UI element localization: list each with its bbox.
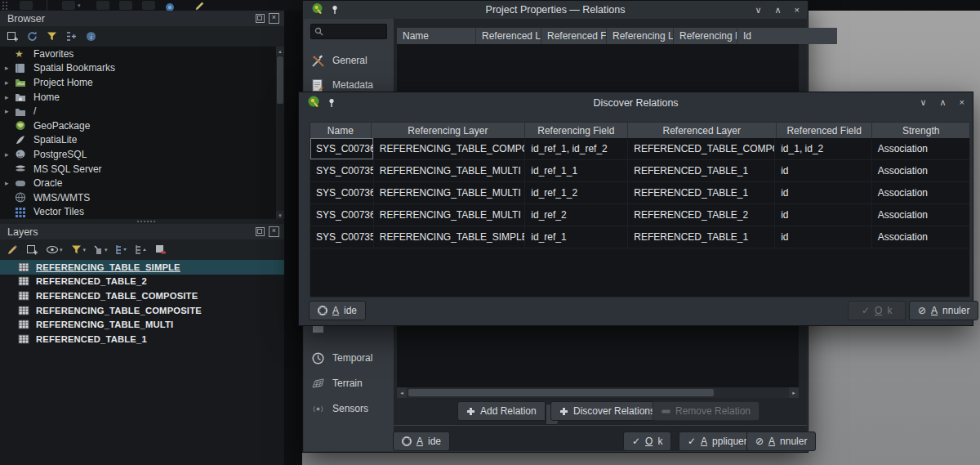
discover-relations-button[interactable]: Discover Relations <box>550 401 664 421</box>
column-header[interactable]: Referencing Field <box>525 123 628 138</box>
toolbar-icon[interactable] <box>62 1 75 10</box>
toolbar-icon[interactable] <box>142 1 155 10</box>
relation-row[interactable]: SYS_C007357 REFERENCING_TABLE_SIMPLE id_… <box>310 226 969 248</box>
sidebar-item-general[interactable]: General <box>304 50 394 71</box>
layer-row[interactable]: REFERENCED_TABLE_COMPOSITE <box>0 288 284 303</box>
browser-item-wms[interactable]: WMS/WMTS <box>0 190 284 205</box>
close-window-icon[interactable]: × <box>960 97 964 108</box>
column-header[interactable]: Name <box>397 28 476 44</box>
settings-search-input[interactable] <box>310 24 387 39</box>
filter-browser-icon[interactable] <box>46 30 58 42</box>
expand-arrow-icon[interactable]: ▸ <box>5 78 15 87</box>
scroll-left-icon[interactable]: ◂ <box>397 387 407 398</box>
maximize-window-icon[interactable]: ∧ <box>940 97 947 108</box>
toolbar-icon[interactable] <box>96 1 109 10</box>
browser-panel-titlebar[interactable]: Browser × <box>0 11 284 26</box>
add-group-icon[interactable] <box>26 244 38 256</box>
expand-arrow-icon[interactable]: ▸ <box>5 64 15 72</box>
scrollbar-thumb[interactable] <box>277 56 283 104</box>
collapse-all-icon[interactable] <box>65 30 78 42</box>
layers-panel-toolbar: ▾ ▾ ▾ <box>0 239 284 260</box>
column-header[interactable]: Referenced Layer <box>476 28 541 44</box>
column-header[interactable]: Referencing Layer <box>372 123 525 138</box>
collapse-all-icon[interactable] <box>135 244 147 256</box>
sidebar-item-temporal[interactable]: Temporal <box>304 347 394 369</box>
expand-arrow-icon[interactable]: ▸ <box>5 150 15 159</box>
toolbar-icon[interactable] <box>20 1 33 10</box>
scroll-right-icon[interactable]: ▸ <box>789 387 799 398</box>
layer-row[interactable]: REFERENCING_TABLE_MULTI <box>0 317 284 332</box>
browser-item-home[interactable]: ▸ Home <box>0 90 284 105</box>
browser-item-spatial-bookmarks[interactable]: ▸ Spatial Bookmarks <box>0 61 284 76</box>
layer-row[interactable]: REFERENCED_TABLE_2 <box>0 275 284 289</box>
cancel-button[interactable]: ⊘ Annuler <box>746 431 816 451</box>
expand-arrow-icon[interactable]: ▸ <box>5 179 15 187</box>
browser-item-oracle[interactable]: ▸ Oracle <box>0 176 284 190</box>
add-relation-button[interactable]: Add Relation ▾ <box>457 401 559 425</box>
layers-panel-titlebar[interactable]: Layers × <box>0 224 284 239</box>
column-header[interactable]: Id <box>737 28 837 44</box>
browser-item-root[interactable]: ▸ / <box>0 104 284 118</box>
browser-item-project-home[interactable]: ▸ Project Home <box>0 75 284 90</box>
column-header[interactable]: Referenced Field <box>541 28 607 44</box>
column-header[interactable]: Strength <box>872 123 969 138</box>
properties-widget-icon[interactable]: i <box>85 30 97 42</box>
browser-item-geopackage[interactable]: GeoPackage <box>0 118 284 133</box>
browser-item-mssql[interactable]: MS SQL Server <box>0 162 284 177</box>
table-layer-icon <box>18 319 31 330</box>
shade-window-icon[interactable]: ∨ <box>755 5 761 16</box>
layer-styling-icon[interactable] <box>7 244 19 256</box>
float-panel-icon[interactable] <box>256 14 265 23</box>
toolbar-icon[interactable] <box>119 1 132 10</box>
add-selected-layers-icon[interactable] <box>7 30 19 42</box>
help-button[interactable]: Aide <box>393 431 450 451</box>
sidebar-item-sensors[interactable]: Sensors <box>304 398 394 419</box>
column-header[interactable]: Name <box>310 123 372 138</box>
relation-row[interactable]: SYS_C007361 REFERENCING_TABLE_MULTI id_r… <box>310 204 969 226</box>
layer-row[interactable]: REFERENCED_TABLE_1 <box>0 332 284 347</box>
layer-row[interactable]: REFERENCING_TABLE_SIMPLE <box>0 260 284 275</box>
browser-item-vector-tiles[interactable]: Vector Tiles <box>0 205 284 220</box>
shade-window-icon[interactable]: ∨ <box>920 97 926 108</box>
float-panel-icon[interactable] <box>256 227 265 236</box>
project-properties-titlebar[interactable]: Project Properties — Relations ∨ ∧ × <box>303 1 808 19</box>
relation-row[interactable]: SYS_C007359 REFERENCING_TABLE_MULTI id_r… <box>310 160 969 182</box>
close-window-icon[interactable]: × <box>795 5 800 16</box>
column-header[interactable]: Referenced Field <box>777 123 873 138</box>
relations-horizontal-scrollbar[interactable]: ◂ ▸ <box>397 387 799 398</box>
close-panel-icon[interactable]: × <box>269 13 279 24</box>
column-header[interactable]: Referenced Layer <box>628 123 777 138</box>
toolbar-grip-handle[interactable] <box>2 2 4 3</box>
refresh-icon[interactable] <box>26 30 38 42</box>
layer-row[interactable]: REFERENCING_TABLE_COMPOSITE <box>0 303 284 318</box>
maximize-window-icon[interactable]: ∧ <box>775 5 782 16</box>
relation-row[interactable]: SYS_C007364 REFERENCING_TABLE_COMPOSITE … <box>310 138 969 160</box>
ok-button[interactable]: ✓ Ok <box>623 431 671 451</box>
ok-button[interactable]: ✓ Ok <box>848 301 906 320</box>
map-themes-icon[interactable]: ▾ <box>46 244 63 255</box>
relation-row[interactable]: SYS_C007360 REFERENCING_TABLE_MULTI id_r… <box>310 182 969 204</box>
help-lifebuoy-icon <box>318 306 327 315</box>
browser-item-spatialite[interactable]: SpatiaLite <box>0 133 284 148</box>
discover-relations-titlebar[interactable]: Discover Relations ∨ ∧ × <box>299 92 973 113</box>
filter-legend-icon[interactable]: ▾ <box>70 244 87 256</box>
sidebar-item-terrain[interactable]: Terrain <box>304 373 394 394</box>
apply-button[interactable]: ✓ Appliquer <box>679 431 756 451</box>
scrollbar-thumb[interactable] <box>408 389 714 396</box>
help-button[interactable]: Aide <box>309 301 366 320</box>
column-header[interactable]: Referencing Layer <box>607 28 674 44</box>
close-panel-icon[interactable]: × <box>269 226 279 237</box>
expand-arrow-icon[interactable]: ▸ <box>5 93 15 101</box>
scroll-up-icon[interactable]: ▴ <box>276 47 284 56</box>
expand-all-icon[interactable] <box>115 244 127 256</box>
browser-item-postgresql[interactable]: ▸ PostgreSQL <box>0 147 284 162</box>
cancel-button[interactable]: ⊘ Annuler <box>909 301 978 320</box>
browser-scrollbar[interactable]: ▴ ▾ <box>276 47 284 220</box>
expand-arrow-icon[interactable]: ▸ <box>5 107 15 115</box>
remove-layer-icon[interactable] <box>154 244 167 256</box>
browser-item-favorites[interactable]: ★ Favorites <box>0 47 284 61</box>
toolbar-dropdown-icon[interactable]: ▾ <box>78 2 81 8</box>
remove-relation-button[interactable]: Remove Relation <box>653 401 760 421</box>
filter-by-expression-icon[interactable]: ▾ <box>93 244 108 255</box>
column-header[interactable]: Referencing Field <box>674 28 737 44</box>
